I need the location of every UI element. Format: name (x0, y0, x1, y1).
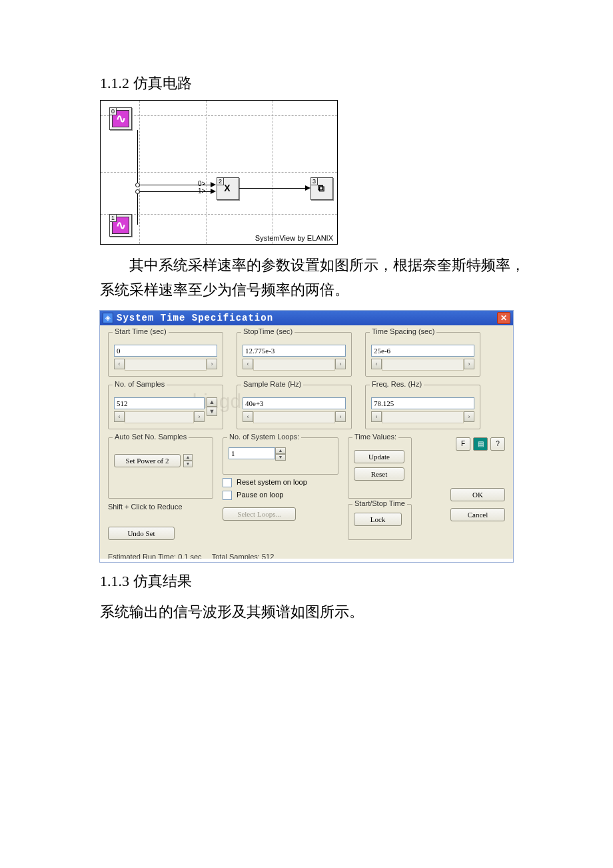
scroll-left-icon[interactable]: ‹ (371, 359, 382, 369)
start-time-group: Start Time (sec) ‹ › (108, 332, 223, 377)
circuit-diagram: 0 ∿ 1 ∿ 2 X 3 ⧉ 0> 1> SystemView by EL (100, 100, 338, 245)
loops-group: No. of System Loops: ▲ ▼ (223, 437, 338, 475)
close-icon[interactable]: ✕ (497, 312, 510, 324)
scroll-left-icon[interactable]: ‹ (243, 359, 253, 369)
samples-input[interactable] (114, 397, 205, 409)
undo-set-button[interactable]: Undo Set (108, 527, 175, 540)
system-time-dialog: ◈ System Time Specification ✕ Start Time… (100, 311, 513, 562)
group-label: No. of Samples (113, 380, 167, 388)
reset-button[interactable]: Reset (354, 467, 404, 481)
update-button[interactable]: Update (354, 450, 404, 463)
spin-up-icon[interactable]: ▲ (275, 447, 286, 454)
section-heading: 1.1.3 仿真结果 (100, 571, 533, 591)
group-label: Start Time (sec) (113, 327, 169, 335)
pause-on-loop-option[interactable]: Pause on loop (223, 491, 338, 500)
scroll-right-icon[interactable]: › (464, 411, 474, 422)
scroll-left-icon[interactable]: ‹ (371, 411, 382, 422)
status-runtime: Estimated Run Time: 0.1 sec (108, 553, 202, 561)
set-power-of-2-button[interactable]: Set Power of 2 (114, 454, 181, 467)
body-paragraph: 系统输出的信号波形及其频谱如图所示。 (100, 599, 533, 624)
shift-hint-text: Shift + Click to Reduce (108, 503, 213, 511)
source-block-0: 0 ∿ (109, 107, 132, 130)
block-index: 1 (109, 214, 117, 222)
diagram-credit: SystemView by ELANIX (255, 234, 333, 242)
start-stop-group: Start/Stop Time Lock (348, 504, 412, 540)
stop-time-input[interactable] (243, 345, 346, 357)
app-icon: ◈ (103, 313, 113, 323)
freq-res-input[interactable] (371, 397, 474, 409)
multiplier-block: 2 X (217, 177, 239, 200)
auto-set-group: Auto Set No. Samples Set Power of 2 ▲ ▼ (108, 437, 213, 499)
scroll-left-icon[interactable]: ‹ (114, 359, 125, 369)
checkbox-icon[interactable] (223, 478, 232, 487)
cancel-button[interactable]: Cancel (450, 508, 505, 521)
time-spacing-input[interactable] (371, 345, 474, 357)
sink-block: 3 ⧉ (310, 177, 333, 200)
checkbox-label: Reset system on loop (237, 478, 307, 486)
checkbox-icon[interactable] (223, 491, 232, 500)
dialog-titlebar: ◈ System Time Specification ✕ (100, 311, 513, 325)
group-label: Time Values: (352, 433, 398, 441)
group-label: Start/Stop Time (352, 499, 407, 507)
status-samples: Total Samples: 512 (212, 553, 275, 561)
group-label: Auto Set No. Samples (113, 433, 189, 441)
group-label: No. of System Loops: (227, 433, 301, 441)
tool-f-button[interactable]: F (456, 437, 470, 451)
scroll-left-icon[interactable]: ‹ (114, 411, 125, 422)
scroll-right-icon[interactable]: › (464, 359, 474, 369)
loops-input[interactable] (229, 447, 275, 459)
block-index: 2 (217, 177, 224, 185)
scroll-right-icon[interactable]: › (335, 359, 346, 369)
source-block-1: 1 ∿ (109, 214, 132, 237)
dialog-title: System Time Specification (117, 313, 497, 323)
spin-up-icon[interactable]: ▲ (183, 454, 193, 461)
group-label: StopTime (sec) (241, 327, 295, 335)
sample-rate-input[interactable] (243, 397, 346, 409)
port-label-0: 0> (198, 180, 205, 187)
block-index: 3 (310, 177, 318, 185)
scroll-left-icon[interactable]: ‹ (243, 411, 253, 422)
spin-down-icon[interactable]: ▼ (275, 454, 286, 461)
time-values-group: Time Values: Update Reset (348, 437, 412, 499)
group-label: Freq. Res. (Hz) (370, 380, 424, 388)
port-label-1: 1> (198, 187, 205, 195)
spin-down-icon[interactable]: ▼ (183, 461, 193, 467)
help-icon[interactable]: ? (490, 437, 505, 451)
samples-group: No. of Samples ‹ › ▲ ▼ (108, 385, 223, 429)
scroll-right-icon[interactable]: › (194, 411, 205, 422)
spin-down-icon[interactable]: ▼ (207, 407, 217, 416)
body-paragraph: 其中系统采样速率的参数设置如图所示，根据奈奎斯特频率，系统采样速率至少为信号频率… (100, 253, 533, 303)
sample-rate-group: Sample Rate (Hz) ‹ › (237, 385, 352, 429)
group-label: Sample Rate (Hz) (241, 380, 303, 388)
start-time-input[interactable] (114, 345, 217, 357)
scroll-track[interactable] (125, 411, 194, 423)
spin-up-icon[interactable]: ▲ (207, 397, 217, 407)
scroll-track[interactable] (253, 359, 335, 371)
checkbox-label: Pause on loop (237, 491, 283, 499)
time-spacing-group: Time Spacing (sec) ‹ › (365, 332, 480, 377)
section-heading: 1.1.2 仿真电路 (100, 73, 533, 93)
scroll-track[interactable] (382, 359, 464, 371)
scroll-track[interactable] (125, 359, 207, 371)
scroll-right-icon[interactable]: › (335, 411, 346, 422)
stop-time-group: StopTime (sec) ‹ › (237, 332, 352, 377)
status-bar: Estimated Run Time: 0.1 sec Total Sample… (100, 551, 513, 562)
tool-form-icon[interactable]: ▤ (473, 437, 488, 451)
ok-button[interactable]: OK (450, 488, 505, 501)
scroll-right-icon[interactable]: › (207, 359, 217, 369)
scroll-track[interactable] (253, 411, 335, 423)
scroll-track[interactable] (382, 411, 464, 423)
multiplier-label: X (224, 183, 230, 193)
reset-on-loop-option[interactable]: Reset system on loop (223, 478, 338, 487)
lock-button[interactable]: Lock (354, 513, 402, 526)
freq-res-group: Freq. Res. (Hz) ‹ › (365, 385, 480, 429)
select-loops-button: Select Loops... (223, 507, 296, 521)
group-label: Time Spacing (sec) (370, 327, 436, 335)
block-index: 0 (109, 107, 117, 115)
